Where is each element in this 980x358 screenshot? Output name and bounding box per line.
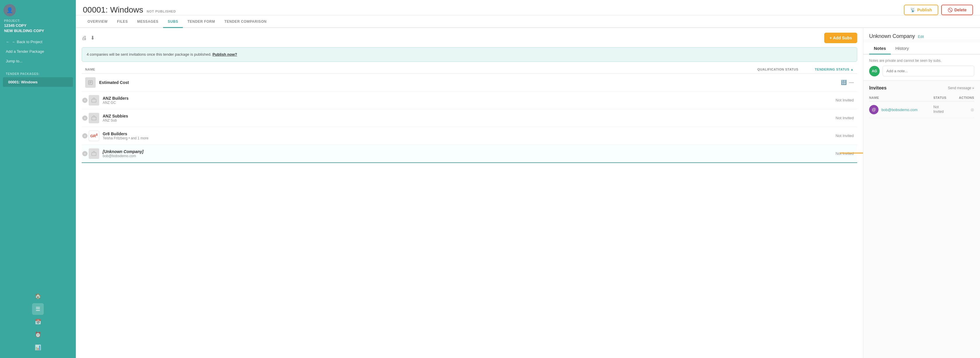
- invitees-header: Invitees Send message »: [869, 86, 974, 91]
- tab-files[interactable]: FILES: [112, 16, 132, 28]
- topbar-actions: 📡 Publish 🚫 Delete: [904, 5, 973, 15]
- tab-tender-comparison[interactable]: TENDER COMPARISON: [220, 16, 271, 28]
- right-tabs: Notes History: [863, 42, 980, 54]
- remove-gr8-builders-button[interactable]: ×: [82, 133, 88, 138]
- send-message-button[interactable]: Send message »: [948, 86, 974, 90]
- delete-button[interactable]: 🚫 Delete: [941, 5, 973, 15]
- estimated-icons: 🔢 —: [841, 80, 854, 85]
- sidebar-back-to-project[interactable]: ← ← Back to Project: [3, 37, 73, 47]
- page-title-area: 00001: Windows NOT PUBLISHED: [83, 5, 176, 14]
- minus-icon[interactable]: —: [849, 80, 854, 85]
- sidebar-icon-calendar[interactable]: 📅: [32, 316, 44, 328]
- print-icon[interactable]: 🖨: [82, 35, 87, 41]
- sidebar-icon-home[interactable]: 🏠: [32, 290, 44, 302]
- delete-icon: 🚫: [948, 8, 953, 12]
- svg-rect-6: [92, 153, 96, 156]
- row-sub-gr8: Teisha Fritzberg • and 1 more: [103, 136, 749, 140]
- project-name-line1: 12345 COPY: [4, 23, 72, 28]
- topbar-left: 00001: Windows NOT PUBLISHED: [83, 5, 176, 14]
- notes-section: Notes are private and cannot be seen by …: [863, 54, 980, 81]
- add-subs-button[interactable]: + Add Subs: [824, 33, 857, 43]
- download-icon[interactable]: ⬇: [91, 35, 95, 41]
- notes-hint: Notes are private and cannot be seen by …: [869, 59, 974, 63]
- right-header: Unknown Company Edit: [863, 28, 980, 39]
- svg-rect-5: [92, 117, 96, 120]
- row-tender-unknown: Not Invited: [807, 151, 854, 156]
- publish-icon: 📡: [910, 8, 915, 12]
- info-banner-text: 4 companies will be sent invitations onc…: [87, 52, 212, 57]
- col-header-tendering[interactable]: Tendering Status ▲: [807, 68, 854, 71]
- row-name-anz-subbies: ANZ Subbies: [103, 114, 749, 118]
- publish-label: Publish: [917, 8, 932, 12]
- right-tab-notes[interactable]: Notes: [869, 42, 891, 54]
- company-icon-estimated: [85, 77, 95, 88]
- user-initials-avatar: AG: [869, 66, 880, 76]
- table-row: × ANZ Builders ANZ GC Not Invited: [82, 92, 857, 109]
- sidebar-item-windows[interactable]: 00001: Windows: [3, 77, 73, 87]
- invitees-title: Invitees: [869, 86, 887, 91]
- inv-col-header-name: Name: [869, 96, 933, 99]
- add-package-label: Add a Tender Package: [6, 49, 44, 54]
- main-tabs: OVERVIEW FILES MESSAGES SUBS TENDER FORM…: [76, 16, 980, 28]
- publish-button[interactable]: 📡 Publish: [904, 5, 938, 15]
- main-content: 00001: Windows NOT PUBLISHED 📡 Publish 🚫…: [76, 0, 980, 358]
- right-panel: Unknown Company Edit Notes History Notes…: [863, 28, 980, 358]
- sidebar-icon-chart[interactable]: 📊: [32, 342, 44, 353]
- invitee-email[interactable]: bob@bobsdemo.com: [881, 108, 933, 112]
- company-icon-unknown: [89, 148, 99, 159]
- tab-subs[interactable]: SUBS: [163, 16, 183, 28]
- svg-rect-4: [92, 99, 96, 102]
- row-tender-anz-builders: Not Invited: [807, 98, 854, 102]
- sidebar: 👤 PROJECT: 12345 COPY NEW BUILDING COPY …: [0, 0, 76, 358]
- back-arrow-icon: ←: [6, 40, 10, 44]
- company-icon-anz-subbies: [89, 113, 99, 123]
- toolbar-left: 🖨 ⬇: [82, 35, 95, 41]
- row-name-unknown: [Unknown Company]: [103, 149, 749, 154]
- notes-input[interactable]: [883, 65, 974, 76]
- calculator-icon[interactable]: 🔢: [841, 80, 847, 85]
- company-icon-anz-builders: [89, 95, 99, 105]
- app-wrapper: 👤 PROJECT: 12345 COPY NEW BUILDING COPY …: [0, 0, 980, 358]
- row-tender-anz-subbies: Not Invited: [807, 116, 854, 120]
- remove-anz-subbies-button[interactable]: ×: [82, 115, 88, 121]
- sidebar-icon-list[interactable]: ☰: [32, 303, 44, 315]
- table-row: Estimated Cost 🔢 —: [82, 74, 857, 92]
- sidebar-icon-clock[interactable]: ⏰: [32, 329, 44, 340]
- project-name-line2: NEW BUILDING COPY: [4, 28, 72, 33]
- inv-col-header-status: Status: [933, 96, 957, 99]
- table-row: × GR8 Gr8 Builders Teisha Fritzberg • an…: [82, 127, 857, 145]
- invitee-avatar: @: [869, 105, 878, 114]
- right-tab-history[interactable]: History: [891, 42, 914, 54]
- delete-label: Delete: [955, 8, 967, 12]
- tab-tender-form[interactable]: TENDER FORM: [183, 16, 220, 28]
- sidebar-bottom-icons: 🏠 ☰ 📅 ⏰ 📊: [0, 286, 76, 358]
- info-banner: 4 companies will be sent invitations onc…: [82, 47, 857, 62]
- right-company-title: Unknown Company: [869, 33, 915, 39]
- sidebar-jump-to[interactable]: Jump to...: [3, 56, 73, 66]
- right-edit-button[interactable]: Edit: [918, 35, 924, 39]
- remove-unknown-company-button[interactable]: ×: [82, 151, 88, 156]
- table-header: Name Qualification Status Tendering Stat…: [82, 65, 857, 74]
- row-tender-gr8: Not Invited: [807, 134, 854, 138]
- tab-messages[interactable]: MESSAGES: [132, 16, 163, 28]
- invitee-status: Not Invited: [933, 105, 957, 114]
- col-header-qualification: Qualification Status: [749, 68, 807, 71]
- row-sub-anz-builders: ANZ GC: [103, 100, 749, 105]
- status-badge: NOT PUBLISHED: [147, 10, 176, 13]
- invitee-remove-button[interactable]: ⊗: [957, 107, 974, 113]
- sidebar-add-tender-package[interactable]: Add a Tender Package: [3, 47, 73, 56]
- row-name-anz-builders: ANZ Builders: [103, 96, 749, 100]
- invitee-row: @ bob@bobsdemo.com Not Invited ⊗: [869, 102, 974, 118]
- publish-now-link[interactable]: Publish now?: [212, 52, 237, 57]
- tab-overview[interactable]: OVERVIEW: [83, 16, 112, 28]
- toolbar: 🖨 ⬇ + Add Subs: [82, 33, 857, 43]
- topbar: 00001: Windows NOT PUBLISHED 📡 Publish 🚫…: [76, 0, 980, 16]
- back-label: ← Back to Project: [12, 40, 42, 44]
- row-name-estimated: Estimated Cost: [99, 80, 841, 85]
- user-avatar[interactable]: 👤: [3, 4, 16, 16]
- remove-anz-builders-button[interactable]: ×: [82, 98, 88, 103]
- col-header-name: Name: [85, 68, 749, 71]
- add-subs-label: + Add Subs: [829, 35, 852, 40]
- invitees-section: Invitees Send message » Name Status Acti…: [863, 81, 980, 123]
- table-row: × [Unknown Company] bob@bobsdemo.com Not…: [82, 145, 857, 163]
